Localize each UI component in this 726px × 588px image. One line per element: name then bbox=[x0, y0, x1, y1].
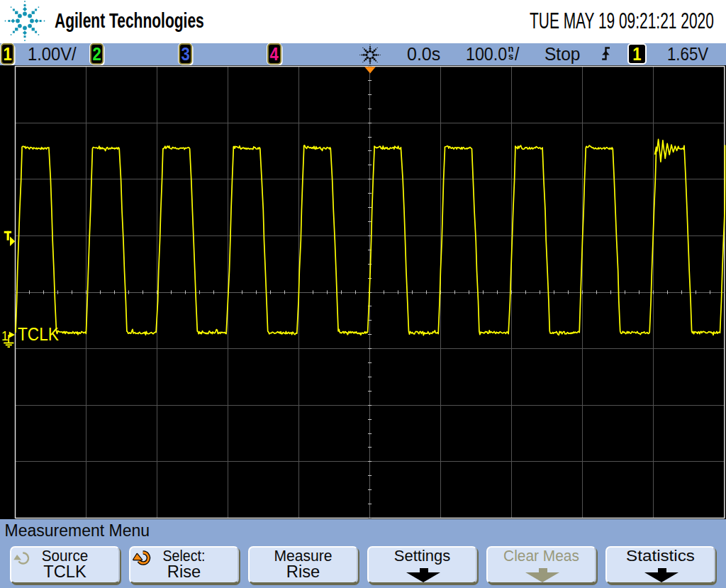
svg-text:1: 1 bbox=[1, 328, 9, 344]
svg-text:TCLK: TCLK bbox=[18, 324, 59, 345]
